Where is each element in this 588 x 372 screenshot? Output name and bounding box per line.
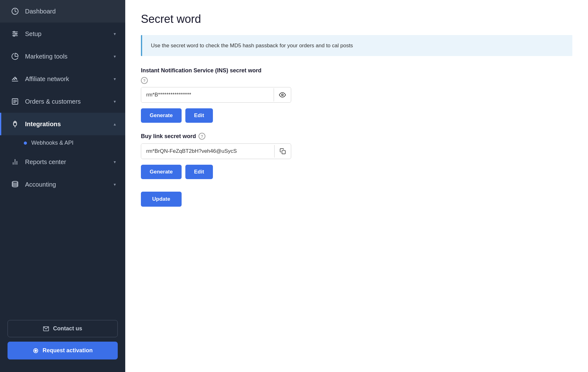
chevron-down-icon: ▾ [114,99,116,104]
chevron-down-icon: ▾ [114,31,116,36]
handshake-icon [11,75,19,83]
main-content: Secret word Use the secret word to check… [125,0,588,372]
ins-help-icon[interactable]: ? [141,77,148,84]
sidebar-item-accounting-label: Accounting [25,181,56,188]
ins-generate-button[interactable]: Generate [141,108,182,123]
sidebar-item-setup-label: Setup [25,30,41,38]
sidebar-item-orders-customers[interactable]: Orders & customers ▾ [0,90,125,113]
sidebar-sub-item-webhooks-api[interactable]: Webhooks & API [0,135,125,151]
buy-link-copy-button[interactable] [274,145,291,158]
svg-rect-22 [282,151,286,154]
sidebar-item-dashboard-label: Dashboard [25,8,56,15]
sidebar-item-dashboard[interactable]: Dashboard [0,0,125,23]
page-title: Secret word [141,13,572,26]
ins-secret-input-row [141,87,291,103]
sidebar-item-reports-center-label: Reports center [25,158,66,166]
sidebar-item-integrations[interactable]: Integrations ▴ [0,113,125,135]
clock-icon [11,7,19,16]
svg-point-21 [281,94,283,96]
chevron-down-icon: ▾ [114,159,116,164]
ins-toggle-visibility-button[interactable] [274,88,291,101]
sidebar-item-marketing-tools-label: Marketing tools [25,53,68,60]
ins-secret-input[interactable] [141,87,274,102]
sidebar-bottom: Contact us Request activation [0,314,125,366]
ins-section-label: Instant Notification Service (INS) secre… [141,67,572,74]
activation-icon [33,348,39,354]
contact-us-label: Contact us [53,325,82,332]
ins-edit-button[interactable]: Edit [185,108,213,123]
mail-icon [43,326,49,332]
copy-icon [280,148,286,154]
contact-us-button[interactable]: Contact us [8,320,118,337]
info-text: Use the secret word to check the MD5 has… [151,43,353,49]
sidebar-item-accounting[interactable]: Accounting ▾ [0,173,125,196]
sidebar-item-orders-customers-label: Orders & customers [25,98,81,105]
chart-icon [11,158,19,166]
sidebar-item-marketing-tools[interactable]: Marketing tools ▾ [0,45,125,68]
ins-button-row: Generate Edit [141,108,572,123]
chevron-down-icon: ▾ [114,54,116,59]
buy-link-help-icon[interactable]: ? [199,133,205,140]
sidebar-item-integrations-label: Integrations [25,121,61,128]
svg-point-15 [12,181,18,183]
sidebar-item-setup[interactable]: Setup ▾ [0,23,125,45]
update-button[interactable]: Update [141,192,182,207]
sidebar-sub-item-label: Webhooks & API [31,140,74,146]
sidebar-item-affiliate-network-label: Affiliate network [25,75,69,83]
buy-link-secret-input[interactable] [141,144,274,159]
sliders-icon [11,29,19,38]
sidebar-item-affiliate-network[interactable]: Affiliate network ▾ [0,68,125,90]
request-activation-button[interactable]: Request activation [8,342,118,359]
buy-link-edit-button[interactable]: Edit [185,165,213,179]
plug-icon [11,120,19,128]
sidebar: Dashboard Setup ▾ Marketing tools ▾ Affi… [0,0,125,372]
buy-link-section-label: Buy link secret word [141,133,196,140]
sidebar-item-reports-center[interactable]: Reports center ▾ [0,151,125,173]
buy-link-button-row: Generate Edit [141,165,572,179]
request-activation-label: Request activation [43,347,93,354]
buy-link-label-row: Buy link secret word ? [141,133,572,140]
buy-link-input-row [141,143,291,159]
buy-link-generate-button[interactable]: Generate [141,165,182,179]
info-box: Use the secret word to check the MD5 has… [141,35,572,56]
coins-icon [11,180,19,189]
list-icon [11,97,19,106]
chevron-down-icon: ▾ [114,76,116,81]
eye-icon [279,91,286,98]
chevron-down-icon: ▾ [114,182,116,187]
svg-point-4 [13,31,15,33]
svg-point-5 [15,33,17,34]
pie-icon [11,52,19,61]
active-dot [24,142,27,145]
chevron-up-icon: ▴ [114,121,116,127]
svg-point-6 [13,35,15,36]
